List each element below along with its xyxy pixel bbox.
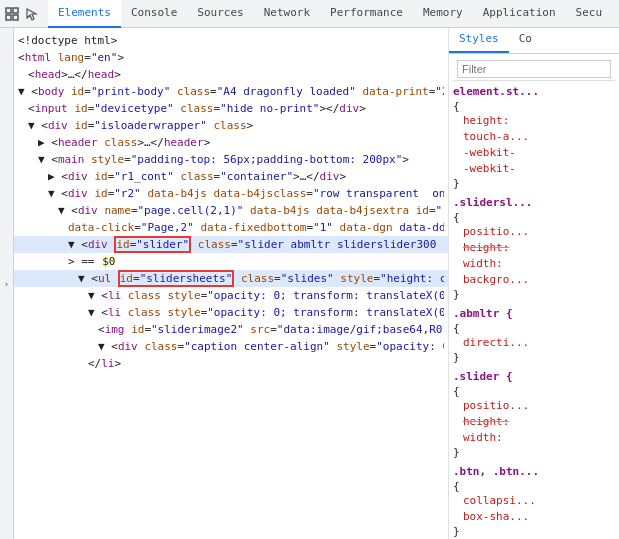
tab-console[interactable]: Console (121, 0, 187, 28)
style-property[interactable]: -webkit- (453, 145, 615, 161)
dom-line[interactable]: ▼ <body id="print-body" class="A4 dragon… (14, 83, 448, 100)
svg-marker-4 (27, 9, 36, 20)
tab-styles[interactable]: Styles (449, 28, 509, 53)
dom-line[interactable]: ▼ <div id="isloaderwrapper" class> (14, 117, 448, 134)
svg-rect-2 (13, 8, 18, 13)
style-prop-name: collapsi... (463, 494, 536, 507)
dom-line[interactable]: ▼ <li class style="opacity: 0; transform… (14, 304, 448, 321)
dom-line[interactable]: ▶ <div id="r1_cont" class="container">…<… (14, 168, 448, 185)
dom-line-text: <!doctype html> (18, 32, 117, 49)
style-prop-name: height: (463, 415, 509, 428)
dom-line[interactable]: ▼ <div class="caption center-align" styl… (14, 338, 448, 355)
tab-secu[interactable]: Secu (566, 0, 613, 28)
style-prop-name: width: (463, 257, 503, 270)
inspect-icon[interactable] (4, 6, 20, 22)
style-prop-name: directi... (463, 336, 529, 349)
style-selector: .slider { (453, 370, 615, 383)
dom-line[interactable]: ▼ <main style="padding-top: 56px;padding… (14, 151, 448, 168)
tab-computed[interactable]: Co (509, 28, 542, 53)
style-property[interactable]: backgro... (453, 272, 615, 288)
dom-line-text: <head>…</head> (28, 66, 121, 83)
devtools-icons (4, 6, 40, 22)
dom-tree[interactable]: <!doctype html><html lang="en"><head>…</… (14, 28, 448, 539)
style-property[interactable]: height: (453, 113, 615, 129)
dom-line-text: ▼ <div class="caption center-align" styl… (98, 338, 444, 355)
dom-line-text: ▼ <main style="padding-top: 56px;padding… (38, 151, 409, 168)
filter-row (453, 58, 615, 81)
style-property[interactable]: width: (453, 430, 615, 446)
tab-memory[interactable]: Memory (413, 0, 473, 28)
dom-line[interactable]: <input id="devicetype" class="hide no-pr… (14, 100, 448, 117)
tab-performance[interactable]: Performance (320, 0, 413, 28)
dom-line[interactable]: <img id="sliderimage2" src="data:image/g… (14, 321, 448, 338)
main-wrapper: › <!doctype html><html lang="en"><head>…… (0, 28, 619, 539)
dom-line[interactable]: > == $0 (14, 253, 448, 270)
style-property[interactable]: -webkit- (453, 161, 615, 177)
dom-line[interactable]: <!doctype html> (14, 32, 448, 49)
dom-line[interactable]: <html lang="en"> (14, 49, 448, 66)
dom-line-text: ▼ <div name="page.cell(2,1)" data-b4js d… (58, 202, 444, 219)
tab-elements[interactable]: Elements (48, 0, 121, 28)
style-property[interactable]: touch-a... (453, 129, 615, 145)
style-open-brace: { (453, 480, 615, 493)
styles-rules: element.st...{height:touch-a...-webkit--… (453, 85, 615, 539)
style-property[interactable]: positio... (453, 398, 615, 414)
panel-collapse-button[interactable]: › (0, 28, 14, 539)
dom-line[interactable]: ▼ <li class style="opacity: 0; transform… (14, 287, 448, 304)
style-property[interactable]: box-sha... (453, 509, 615, 525)
dom-line[interactable]: ▼ <div id="slider" class="slider abmltr … (14, 236, 448, 253)
styles-content: element.st...{height:touch-a...-webkit--… (449, 54, 619, 539)
cursor-icon[interactable] (24, 6, 40, 22)
dom-line-text: <img id="sliderimage2" src="data:image/g… (98, 321, 444, 338)
dom-line-text: ▼ <div id="r2" data-b4js data-b4jsclass=… (48, 185, 444, 202)
style-selector: .slidersl... (453, 196, 615, 209)
style-prop-name: touch-a... (463, 130, 529, 143)
style-block: .slider {{positio...height:width:} (453, 370, 615, 459)
dom-line[interactable]: data-click="Page,2" data-fixedbottom="1"… (14, 219, 448, 236)
style-property[interactable]: height: (453, 414, 615, 430)
dom-line[interactable]: ▼ <div name="page.cell(2,1)" data-b4js d… (14, 202, 448, 219)
style-property[interactable]: positio... (453, 224, 615, 240)
style-open-brace: { (453, 322, 615, 335)
style-property[interactable]: width: (453, 256, 615, 272)
style-property[interactable]: height: (453, 240, 615, 256)
dom-line[interactable]: ▼ <div id="r2" data-b4js data-b4jsclass=… (14, 185, 448, 202)
tab-sources[interactable]: Sources (187, 0, 253, 28)
style-close-brace: } (453, 177, 615, 190)
style-prop-name: backgro... (463, 273, 529, 286)
dom-line-text: ▶ <div id="r1_cont" class="container">…<… (48, 168, 346, 185)
style-selector: .btn, .btn... (453, 465, 615, 478)
style-close-brace: } (453, 351, 615, 364)
tab-network[interactable]: Network (254, 0, 320, 28)
tab-bar: Elements Console Sources Network Perform… (0, 0, 619, 28)
style-prop-name: positio... (463, 399, 529, 412)
filter-input[interactable] (457, 60, 611, 78)
elements-panel: <!doctype html><html lang="en"><head>…</… (14, 28, 449, 539)
style-prop-name: positio... (463, 225, 529, 238)
style-prop-name: -webkit- (463, 146, 516, 159)
dom-line-text: ▼ <ul id="slidersheets" class="slides" s… (78, 270, 444, 287)
tab-application[interactable]: Application (473, 0, 566, 28)
right-tabs: Styles Co (449, 28, 619, 54)
dom-line[interactable]: </li> (14, 355, 448, 372)
dom-line-text: ▼ <li class style="opacity: 0; transform… (88, 304, 444, 321)
style-prop-name: height: (463, 114, 509, 127)
style-close-brace: } (453, 446, 615, 459)
styles-panel: Styles Co element.st...{height:touch-a..… (449, 28, 619, 539)
dom-line[interactable]: ▶ <header class>…</header> (14, 134, 448, 151)
dom-line-text: <html lang="en"> (18, 49, 124, 66)
dom-line[interactable]: <head>…</head> (14, 66, 448, 83)
dom-line-text: > == $0 (68, 253, 116, 270)
style-property[interactable]: directi... (453, 335, 615, 351)
style-block: element.st...{height:touch-a...-webkit--… (453, 85, 615, 190)
style-selector: element.st... (453, 85, 615, 98)
svg-rect-1 (6, 15, 11, 20)
style-prop-name: height: (463, 241, 509, 254)
style-close-brace: } (453, 288, 615, 301)
dom-line-text: ▼ <body id="print-body" class="A4 dragon… (18, 83, 444, 100)
dom-line[interactable]: ▼ <ul id="slidersheets" class="slides" s… (14, 270, 448, 287)
dom-line-text: ▶ <header class>…</header> (38, 134, 210, 151)
style-property[interactable]: collapsi... (453, 493, 615, 509)
style-selector: .abmltr { (453, 307, 615, 320)
style-prop-name: width: (463, 431, 503, 444)
